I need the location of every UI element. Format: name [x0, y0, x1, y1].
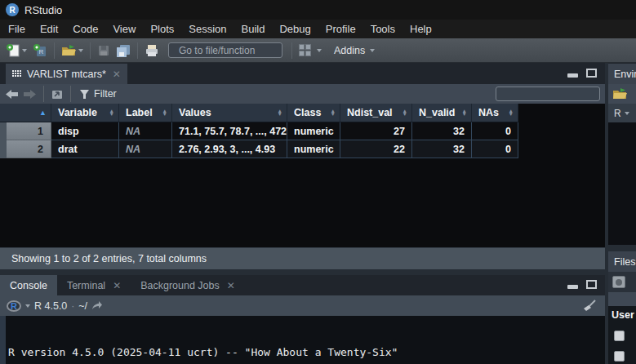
addins-button[interactable]: Addins [326, 44, 376, 57]
tab-varlist-mtcars[interactable]: VARLIST mtcars* ✕ [6, 64, 127, 84]
cell-class[interactable]: numeric [287, 122, 340, 140]
minimize-pane-icon[interactable] [567, 285, 578, 289]
main-toolbar: R [0, 38, 636, 63]
console-gutter [0, 316, 6, 364]
menu-tools[interactable]: Tools [363, 20, 403, 38]
table-search-box[interactable] [496, 87, 600, 101]
forward-arrow-icon[interactable] [23, 89, 37, 100]
tab-background-jobs-label: Background Jobs [140, 280, 220, 291]
working-directory[interactable]: ~/ [78, 300, 87, 312]
cell-nas[interactable]: 0 [472, 122, 518, 140]
menu-session[interactable]: Session [181, 20, 233, 38]
column-header-variable[interactable]: Variable ▲▼ [51, 104, 119, 122]
viewer-toolbar: Filter [0, 84, 605, 104]
console-output: R version 4.5.0 (2025-04-11 ucrt) -- "Ho… [0, 316, 605, 364]
filter-button[interactable]: Filter [78, 87, 118, 100]
save-button[interactable] [96, 43, 112, 58]
column-header-nas[interactable]: NAs ▲▼ [472, 104, 518, 122]
cell-ndist-val[interactable]: 27 [340, 122, 412, 140]
window-title: RStudio [24, 4, 62, 16]
goto-directory-icon[interactable] [91, 301, 103, 310]
new-file-button[interactable] [4, 42, 29, 59]
tab-close-icon[interactable]: ✕ [227, 280, 235, 291]
menu-plots[interactable]: Plots [143, 20, 181, 38]
console-pane: Console Terminal ✕ Background Jobs ✕ R R… [0, 275, 605, 364]
minimize-pane-icon[interactable] [567, 73, 578, 78]
menu-view[interactable]: View [105, 20, 143, 38]
sort-icon: ▲▼ [331, 109, 336, 117]
cell-nas[interactable]: 0 [472, 140, 518, 158]
sort-icon: ▲▼ [162, 109, 167, 117]
save-all-button[interactable] [114, 43, 132, 58]
column-header-n-valid[interactable]: N_valid ▲▼ [412, 104, 472, 122]
tab-background-jobs[interactable]: Background Jobs ✕ [131, 275, 245, 295]
files-tabbar: Files [608, 251, 636, 272]
menu-code[interactable]: Code [65, 20, 105, 38]
cell-label[interactable]: NA [119, 122, 172, 140]
print-button[interactable] [143, 43, 161, 58]
column-header-label[interactable]: Label ▲▼ [119, 104, 172, 122]
tab-close-icon[interactable]: ✕ [113, 280, 121, 291]
tab-console[interactable]: Console [0, 275, 57, 295]
save-all-icon [116, 44, 131, 57]
variables-table: ▲ Variable ▲▼ Label ▲▼ Values ▲▼ Class ▲… [0, 104, 605, 158]
print-icon [145, 44, 159, 57]
new-file-caret-icon [22, 49, 27, 52]
install-packages-icon[interactable] [612, 276, 625, 288]
maximize-pane-icon[interactable] [586, 280, 597, 289]
column-header-label: Ndist_val [347, 107, 393, 118]
new-project-button[interactable]: R [31, 42, 49, 59]
column-header-rownum[interactable]: ▲ [7, 104, 51, 122]
tab-environment[interactable]: Environment [608, 64, 636, 84]
toolbar-separator [70, 86, 71, 102]
package-checkbox[interactable] [614, 351, 625, 362]
menu-help[interactable]: Help [403, 20, 439, 38]
load-workspace-folder-icon[interactable] [612, 87, 628, 100]
column-header-label: Values [179, 107, 211, 118]
svg-text:R: R [39, 48, 44, 55]
clear-console-broom-icon[interactable] [582, 300, 597, 312]
cell-variable[interactable]: disp [51, 122, 119, 140]
cell-class[interactable]: numeric [287, 140, 340, 158]
maximize-pane-icon[interactable] [586, 69, 597, 78]
environment-scope-selector[interactable]: R [608, 104, 636, 122]
cell-label[interactable]: NA [119, 140, 172, 158]
sort-icon: ▲▼ [278, 109, 282, 117]
cell-ndist-val[interactable]: 22 [340, 140, 412, 158]
tab-files[interactable]: Files [608, 251, 636, 272]
pane-layout-icon [299, 44, 311, 56]
new-file-icon [6, 43, 20, 58]
cell-n-valid[interactable]: 32 [412, 140, 472, 158]
pane-layout-button[interactable] [297, 43, 323, 57]
cell-variable[interactable]: drat [51, 140, 119, 158]
column-header-class[interactable]: Class ▲▼ [287, 104, 340, 122]
column-header-label: NAs [478, 107, 499, 118]
r-version-label[interactable]: R 4.5.0 [34, 300, 67, 312]
goto-file-function-box[interactable] [168, 42, 282, 58]
back-arrow-icon[interactable] [5, 89, 19, 100]
r-version-caret-icon[interactable] [25, 304, 30, 308]
row-margin [0, 122, 7, 140]
menu-profile[interactable]: Profile [318, 20, 363, 38]
goto-file-input[interactable] [179, 45, 305, 56]
tab-terminal[interactable]: Terminal ✕ [57, 275, 131, 295]
sort-icon: ▲▼ [403, 109, 407, 117]
column-header-label: Class [294, 107, 321, 118]
open-in-window-icon[interactable] [51, 89, 64, 100]
column-header-values[interactable]: Values ▲▼ [172, 104, 287, 122]
table-status-text: Showing 1 to 2 of 2 entries, 7 total col… [11, 253, 207, 264]
tab-close-icon[interactable]: ✕ [113, 69, 121, 80]
cell-values[interactable]: 2.76, 2.93, 3, ..., 4.93 [172, 140, 287, 158]
cell-n-valid[interactable]: 32 [412, 122, 472, 140]
table-search-input[interactable] [500, 88, 626, 100]
column-header-ndist-val[interactable]: Ndist_val ▲▼ [340, 104, 412, 122]
open-file-button[interactable] [60, 43, 85, 58]
package-checkbox[interactable] [614, 331, 625, 341]
tab-terminal-label: Terminal [67, 280, 105, 291]
menu-edit[interactable]: Edit [33, 20, 65, 38]
menu-build[interactable]: Build [234, 20, 273, 38]
pane-layout-caret-icon [317, 49, 322, 52]
menu-debug[interactable]: Debug [272, 20, 318, 38]
menu-file[interactable]: File [1, 20, 33, 38]
cell-values[interactable]: 71.1, 75.7, 78.7, ..., 472 [172, 122, 287, 140]
